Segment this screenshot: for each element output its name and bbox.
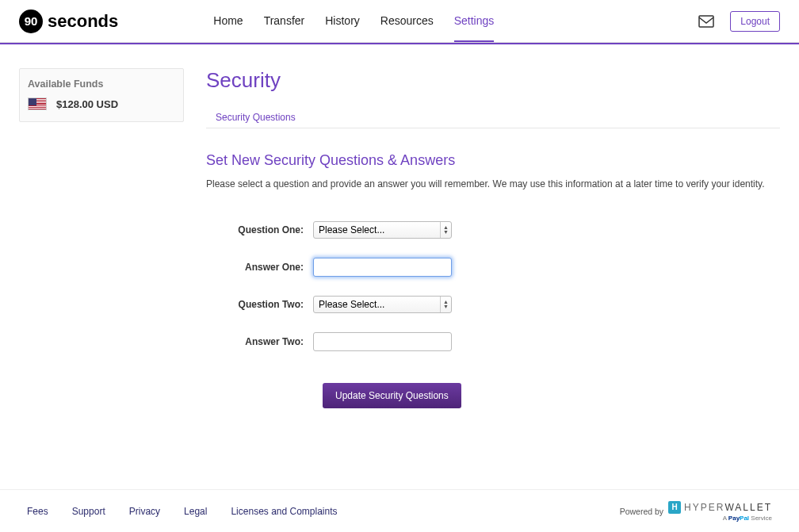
label-answer-one: Answer One: — [206, 262, 313, 273]
nav-transfer[interactable]: Transfer — [264, 0, 305, 42]
label-answer-two: Answer Two: — [206, 336, 313, 347]
footer: Fees Support Privacy Legal Licenses and … — [0, 489, 799, 532]
section-description: Please select a question and provide an … — [206, 178, 780, 189]
hyperwallet-text: HYPERWALLET — [684, 503, 772, 512]
label-question-two: Question Two: — [206, 299, 313, 310]
footer-links: Fees Support Privacy Legal Licenses and … — [27, 506, 338, 517]
logo-badge: 90 — [19, 10, 43, 33]
funds-title: Available Funds — [28, 78, 175, 90]
hyperwallet-icon: H — [668, 501, 681, 514]
hyperwallet-logo: H HYPERWALLET A PayPal Service — [668, 501, 772, 522]
submit-row: Update Security Questions — [323, 383, 780, 408]
main-container: Available Funds $128.00 USD Security Sec… — [0, 44, 799, 408]
header-right: Logout — [698, 11, 780, 32]
tabs: Security Questions — [206, 107, 780, 128]
funds-amount: $128.00 USD — [56, 98, 118, 110]
logo: 90 seconds — [19, 10, 118, 33]
nav-settings[interactable]: Settings — [454, 0, 495, 42]
nav-resources[interactable]: Resources — [380, 0, 434, 42]
paypal-tagline: A PayPal Service — [723, 515, 772, 522]
sidebar: Available Funds $128.00 USD — [19, 68, 184, 408]
powered-by-label: Powered by — [620, 507, 663, 516]
row-answer-two: Answer Two: — [206, 332, 780, 351]
label-question-one: Question One: — [206, 224, 313, 235]
svg-rect-0 — [699, 16, 713, 27]
input-answer-one[interactable] — [313, 258, 452, 277]
logo-text: seconds — [48, 11, 118, 32]
row-question-one: Question One: Please Select... ▲▼ — [206, 221, 780, 239]
footer-link-fees[interactable]: Fees — [27, 506, 48, 517]
footer-link-legal[interactable]: Legal — [184, 506, 207, 517]
mail-icon[interactable] — [698, 15, 714, 28]
tab-security-questions[interactable]: Security Questions — [206, 107, 305, 128]
footer-link-licenses[interactable]: Licenses and Complaints — [231, 506, 337, 517]
select-question-two[interactable]: Please Select... — [313, 296, 452, 313]
footer-link-privacy[interactable]: Privacy — [129, 506, 160, 517]
header: 90 seconds Home Transfer History Resourc… — [0, 0, 799, 43]
page-title: Security — [206, 68, 780, 93]
funds-card: Available Funds $128.00 USD — [19, 68, 184, 122]
main-nav: Home Transfer History Resources Settings — [213, 0, 494, 42]
row-answer-one: Answer One: — [206, 258, 780, 277]
funds-row: $128.00 USD — [28, 98, 175, 110]
select-wrap-q1: Please Select... ▲▼ — [313, 221, 452, 239]
nav-history[interactable]: History — [325, 0, 360, 42]
input-answer-two[interactable] — [313, 332, 452, 351]
update-questions-button[interactable]: Update Security Questions — [323, 383, 461, 408]
nav-home[interactable]: Home — [213, 0, 243, 42]
select-wrap-q2: Please Select... ▲▼ — [313, 296, 452, 313]
powered-by: Powered by H HYPERWALLET A PayPal Servic… — [620, 501, 772, 522]
logout-button[interactable]: Logout — [730, 11, 780, 32]
row-question-two: Question Two: Please Select... ▲▼ — [206, 296, 780, 313]
us-flag-icon — [28, 98, 47, 110]
content: Security Security Questions Set New Secu… — [206, 68, 780, 408]
footer-link-support[interactable]: Support — [72, 506, 105, 517]
section-title: Set New Security Questions & Answers — [206, 152, 780, 169]
select-question-one[interactable]: Please Select... — [313, 221, 452, 239]
